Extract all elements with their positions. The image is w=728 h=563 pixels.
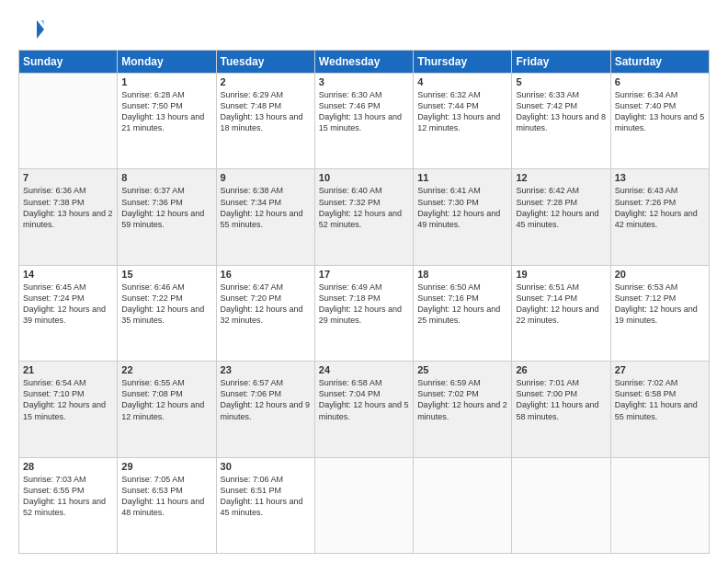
calendar-cell: 9Sunrise: 6:38 AMSunset: 7:34 PMDaylight… <box>216 169 314 265</box>
day-number: 26 <box>516 364 606 375</box>
calendar-cell: 25Sunrise: 6:59 AMSunset: 7:02 PMDayligh… <box>414 362 512 457</box>
cell-info: Sunrise: 6:47 AMSunset: 7:20 PMDaylight:… <box>221 282 311 327</box>
calendar-cell: 26Sunrise: 7:01 AMSunset: 7:00 PMDayligh… <box>512 362 610 457</box>
page: SundayMondayTuesdayWednesdayThursdayFrid… <box>0 0 728 563</box>
cell-info: Sunrise: 6:45 AMSunset: 7:24 PMDaylight:… <box>23 282 113 327</box>
cell-info: Sunrise: 7:01 AMSunset: 7:00 PMDaylight:… <box>516 377 606 422</box>
cell-info: Sunrise: 6:29 AMSunset: 7:48 PMDaylight:… <box>221 89 311 134</box>
weekday-header: Saturday <box>610 51 709 74</box>
calendar-cell <box>414 457 512 553</box>
cell-info: Sunrise: 7:03 AMSunset: 6:55 PMDaylight:… <box>23 474 113 519</box>
day-number: 29 <box>121 461 211 472</box>
cell-info: Sunrise: 6:32 AMSunset: 7:44 PMDaylight:… <box>417 89 507 134</box>
day-number: 3 <box>319 76 409 87</box>
cell-info: Sunrise: 6:51 AMSunset: 7:14 PMDaylight:… <box>516 282 606 327</box>
calendar-header-row: SundayMondayTuesdayWednesdayThursdayFrid… <box>19 51 710 74</box>
day-number: 24 <box>319 364 409 375</box>
cell-info: Sunrise: 6:43 AMSunset: 7:26 PMDaylight:… <box>615 185 705 230</box>
calendar-week-row: 28Sunrise: 7:03 AMSunset: 6:55 PMDayligh… <box>19 457 710 553</box>
cell-info: Sunrise: 7:05 AMSunset: 6:53 PMDaylight:… <box>121 474 211 519</box>
calendar-cell: 19Sunrise: 6:51 AMSunset: 7:14 PMDayligh… <box>512 265 610 361</box>
day-number: 14 <box>23 269 113 280</box>
calendar-cell: 4Sunrise: 6:32 AMSunset: 7:44 PMDaylight… <box>414 74 512 169</box>
cell-info: Sunrise: 6:49 AMSunset: 7:18 PMDaylight:… <box>319 282 409 327</box>
calendar-cell: 7Sunrise: 6:36 AMSunset: 7:38 PMDaylight… <box>19 169 118 265</box>
cell-info: Sunrise: 6:36 AMSunset: 7:38 PMDaylight:… <box>23 185 113 230</box>
day-number: 25 <box>417 364 507 375</box>
weekday-header: Wednesday <box>314 51 413 74</box>
cell-info: Sunrise: 6:55 AMSunset: 7:08 PMDaylight:… <box>121 377 211 422</box>
calendar-week-row: 7Sunrise: 6:36 AMSunset: 7:38 PMDaylight… <box>19 169 710 265</box>
logo-icon <box>18 17 44 42</box>
calendar-cell: 28Sunrise: 7:03 AMSunset: 6:55 PMDayligh… <box>19 457 118 553</box>
calendar-cell <box>19 74 118 169</box>
svg-marker-1 <box>40 20 44 25</box>
cell-info: Sunrise: 7:02 AMSunset: 6:58 PMDaylight:… <box>615 377 705 422</box>
calendar-cell: 22Sunrise: 6:55 AMSunset: 7:08 PMDayligh… <box>118 362 216 457</box>
cell-info: Sunrise: 6:53 AMSunset: 7:12 PMDaylight:… <box>615 282 705 327</box>
weekday-header: Tuesday <box>216 51 314 74</box>
day-number: 1 <box>121 76 211 87</box>
cell-info: Sunrise: 6:57 AMSunset: 7:06 PMDaylight:… <box>221 377 311 422</box>
day-number: 21 <box>23 364 113 375</box>
cell-info: Sunrise: 6:37 AMSunset: 7:36 PMDaylight:… <box>121 185 211 230</box>
cell-info: Sunrise: 7:06 AMSunset: 6:51 PMDaylight:… <box>221 474 311 519</box>
cell-info: Sunrise: 6:59 AMSunset: 7:02 PMDaylight:… <box>417 377 507 422</box>
cell-info: Sunrise: 6:28 AMSunset: 7:50 PMDaylight:… <box>121 89 211 134</box>
cell-info: Sunrise: 6:40 AMSunset: 7:32 PMDaylight:… <box>319 185 409 230</box>
day-number: 23 <box>221 364 311 375</box>
calendar-week-row: 14Sunrise: 6:45 AMSunset: 7:24 PMDayligh… <box>19 265 710 361</box>
header <box>18 17 710 42</box>
calendar-cell: 29Sunrise: 7:05 AMSunset: 6:53 PMDayligh… <box>118 457 216 553</box>
cell-info: Sunrise: 6:38 AMSunset: 7:34 PMDaylight:… <box>221 185 311 230</box>
day-number: 30 <box>221 461 311 472</box>
weekday-header: Sunday <box>19 51 118 74</box>
day-number: 15 <box>121 269 211 280</box>
calendar-cell: 15Sunrise: 6:46 AMSunset: 7:22 PMDayligh… <box>118 265 216 361</box>
calendar-cell <box>610 457 709 553</box>
calendar-cell: 16Sunrise: 6:47 AMSunset: 7:20 PMDayligh… <box>216 265 314 361</box>
cell-info: Sunrise: 6:42 AMSunset: 7:28 PMDaylight:… <box>516 185 606 230</box>
logo <box>18 17 48 42</box>
day-number: 8 <box>121 172 211 183</box>
calendar-cell: 27Sunrise: 7:02 AMSunset: 6:58 PMDayligh… <box>610 362 709 457</box>
calendar-week-row: 1Sunrise: 6:28 AMSunset: 7:50 PMDaylight… <box>19 74 710 169</box>
calendar-cell <box>512 457 610 553</box>
calendar-cell: 23Sunrise: 6:57 AMSunset: 7:06 PMDayligh… <box>216 362 314 457</box>
day-number: 6 <box>615 76 705 87</box>
day-number: 22 <box>121 364 211 375</box>
cell-info: Sunrise: 6:54 AMSunset: 7:10 PMDaylight:… <box>23 377 113 422</box>
calendar-cell: 20Sunrise: 6:53 AMSunset: 7:12 PMDayligh… <box>610 265 709 361</box>
calendar-cell: 18Sunrise: 6:50 AMSunset: 7:16 PMDayligh… <box>414 265 512 361</box>
weekday-header: Friday <box>512 51 610 74</box>
day-number: 18 <box>417 269 507 280</box>
calendar-cell: 30Sunrise: 7:06 AMSunset: 6:51 PMDayligh… <box>216 457 314 553</box>
calendar-cell: 14Sunrise: 6:45 AMSunset: 7:24 PMDayligh… <box>19 265 118 361</box>
calendar-cell: 6Sunrise: 6:34 AMSunset: 7:40 PMDaylight… <box>610 74 709 169</box>
cell-info: Sunrise: 6:41 AMSunset: 7:30 PMDaylight:… <box>417 185 507 230</box>
calendar-cell: 11Sunrise: 6:41 AMSunset: 7:30 PMDayligh… <box>414 169 512 265</box>
cell-info: Sunrise: 6:50 AMSunset: 7:16 PMDaylight:… <box>417 282 507 327</box>
calendar-cell: 13Sunrise: 6:43 AMSunset: 7:26 PMDayligh… <box>610 169 709 265</box>
calendar-cell: 17Sunrise: 6:49 AMSunset: 7:18 PMDayligh… <box>314 265 413 361</box>
day-number: 28 <box>23 461 113 472</box>
cell-info: Sunrise: 6:34 AMSunset: 7:40 PMDaylight:… <box>615 89 705 134</box>
calendar-cell: 1Sunrise: 6:28 AMSunset: 7:50 PMDaylight… <box>118 74 216 169</box>
day-number: 5 <box>516 76 606 87</box>
day-number: 19 <box>516 269 606 280</box>
calendar-cell: 3Sunrise: 6:30 AMSunset: 7:46 PMDaylight… <box>314 74 413 169</box>
cell-info: Sunrise: 6:33 AMSunset: 7:42 PMDaylight:… <box>516 89 606 134</box>
day-number: 10 <box>319 172 409 183</box>
calendar-cell: 21Sunrise: 6:54 AMSunset: 7:10 PMDayligh… <box>19 362 118 457</box>
cell-info: Sunrise: 6:30 AMSunset: 7:46 PMDaylight:… <box>319 89 409 134</box>
weekday-header: Thursday <box>414 51 512 74</box>
weekday-header: Monday <box>118 51 216 74</box>
day-number: 13 <box>615 172 705 183</box>
day-number: 9 <box>221 172 311 183</box>
day-number: 27 <box>615 364 705 375</box>
calendar-cell <box>314 457 413 553</box>
calendar-cell: 12Sunrise: 6:42 AMSunset: 7:28 PMDayligh… <box>512 169 610 265</box>
day-number: 4 <box>417 76 507 87</box>
day-number: 2 <box>221 76 311 87</box>
day-number: 20 <box>615 269 705 280</box>
